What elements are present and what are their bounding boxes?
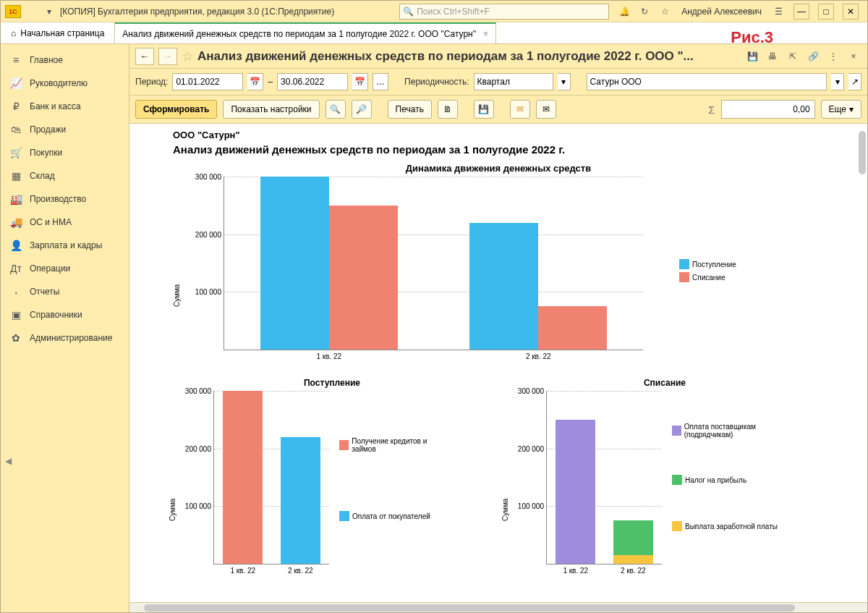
period-label: Период: [135,77,168,87]
find-replace-icon[interactable]: 🔎 [352,100,372,119]
sidebar-item-9[interactable]: ДтОперации [1,257,129,280]
kebab-icon[interactable]: ⋮ [825,48,841,64]
params-row: Период: 01.01.2022 📅 – 30.06.2022 📅 … Пе… [129,69,867,96]
sidebar-label-7: ОС и НМА [30,217,72,227]
sidebar-collapse-icon[interactable]: ◀ [1,454,15,468]
sidebar-icon-8: 👤 [9,240,22,251]
close-button[interactable]: ✕ [843,4,859,20]
periodicity-label: Периодичность: [404,77,469,87]
bell-icon[interactable]: 🔔 [618,5,631,18]
period-picker-button[interactable]: … [373,73,388,90]
sidebar-item-11[interactable]: ▣Справочники [1,303,129,326]
chart-income-legend: Получение кредитов и займов Оплата от по… [339,434,448,524]
sidebar-item-7[interactable]: 🚚ОС и НМА [1,211,129,234]
date-from-calendar-icon[interactable]: 📅 [247,73,263,90]
sidebar-item-12[interactable]: ✿Администрирование [1,326,129,350]
sidebar-item-5[interactable]: ▦Склад [1,164,129,187]
dropdown-icon[interactable]: ▾ [43,5,56,18]
legend-swatch-salary [672,521,682,531]
favorite-star-icon[interactable]: ☆ [182,48,193,64]
sidebar-item-3[interactable]: 🛍Продажи [1,118,129,141]
save-report-icon[interactable]: 💾 [474,100,494,119]
nav-forward-button[interactable]: → [158,48,177,65]
sidebar-label-1: Руководителю [30,78,88,88]
home-tab-label: Начальная страница [20,28,104,38]
periodicity-select[interactable]: Квартал [474,73,553,90]
user-menu-icon[interactable]: ☰ [772,5,785,18]
history-icon[interactable]: ↻ [638,5,651,18]
legend-swatch-buyers [339,511,349,521]
show-settings-button[interactable]: Показать настройки [223,100,319,119]
save-icon[interactable]: 💾 [744,48,760,64]
more-button[interactable]: Еще▾ [821,100,861,119]
periodicity-dropdown-icon[interactable]: ▾ [558,73,571,90]
report-scroll[interactable]: ООО "Сатурн" Анализ движений денежных ср… [129,124,867,602]
generate-button[interactable]: Сформировать [135,100,217,119]
horizontal-scrollbar-track[interactable] [129,602,867,612]
bar [613,520,653,555]
document-header: ← → ☆ Анализ движений денежных средств п… [129,44,867,69]
export-icon[interactable]: ⇱ [785,48,801,64]
chart-outcome-ylabel: Сумма [501,499,509,521]
content-area: ← → ☆ Анализ движений денежных средств п… [129,44,867,612]
home-icon: ⌂ [11,28,16,38]
sum-field[interactable]: 0,00 [721,100,815,119]
chart-main-title: Динамика движения денежных средств [173,163,824,174]
print-button[interactable]: Печать [388,100,432,119]
report-org: ООО "Сатурн" [173,130,824,140]
date-to-input[interactable]: 30.06.2022 [277,73,348,90]
find-icon[interactable]: 🔍 [326,100,346,119]
vertical-scrollbar[interactable] [859,131,866,174]
chart-income-ylabel: Сумма [169,499,176,521]
email-settings-icon[interactable]: ✉ [536,100,556,119]
document-tab[interactable]: Анализ движений денежных средств по пери… [115,22,496,43]
date-separator: – [268,77,273,87]
legend-swatch-income [679,259,689,269]
date-to-calendar-icon[interactable]: 📅 [352,73,368,90]
sidebar-icon-7: 🚚 [9,216,22,228]
bar [469,223,538,350]
nav-back-button[interactable]: ← [135,48,154,65]
horizontal-scrollbar[interactable] [144,604,795,612]
star-icon[interactable]: ☆ [658,5,671,18]
sidebar-item-8[interactable]: 👤Зарплата и кадры [1,234,129,257]
chart-income: Поступление Сумма 100 000200 000300 0001… [173,378,491,579]
sidebar-icon-10: ⬪ [9,286,22,297]
sidebar-label-2: Банк и касса [30,101,81,111]
main-menu-icon[interactable] [25,5,38,18]
chart-outcome-title: Списание [506,378,824,388]
global-search-input[interactable]: 🔍 Поиск Ctrl+Shift+F [399,4,609,20]
sidebar-label-11: Справочники [30,310,82,320]
email-icon[interactable]: ✉ [510,100,530,119]
minimize-button[interactable]: — [793,4,809,20]
close-tab-icon[interactable]: × [483,29,488,39]
sidebar-item-4[interactable]: 🛒Покупки [1,141,129,164]
print-preview-icon[interactable]: 🗎 [438,100,458,119]
print-header-icon[interactable]: 🖶 [765,48,780,64]
sidebar-label-10: Отчеты [30,287,59,297]
titlebar: 1C ▾ [КОПИЯ] Бухгалтерия предприятия, ре… [1,1,867,22]
logo-1c-icon: 1C [5,5,21,18]
sidebar-item-0[interactable]: ≡Главное [1,48,129,72]
close-doc-icon[interactable]: × [846,48,861,64]
sidebar-item-1[interactable]: 📈Руководителю [1,72,129,95]
bar [556,420,595,564]
bar [281,437,320,564]
sidebar-label-12: Администрирование [30,333,112,343]
organization-dropdown-icon[interactable]: ▾ [831,73,844,90]
organization-input[interactable]: Сатурн ООО [587,73,827,90]
sidebar-item-10[interactable]: ⬪Отчеты [1,280,129,303]
username-label[interactable]: Андрей Алексеевич [678,7,765,17]
chart-main-ylabel: Сумма [173,284,181,307]
home-tab[interactable]: ⌂ Начальная страница [1,22,115,43]
sidebar-item-2[interactable]: ₽Банк и касса [1,95,129,118]
bar [329,206,398,350]
maximize-button[interactable]: □ [818,4,834,20]
sidebar-icon-11: ▣ [9,309,22,321]
link-icon[interactable]: 🔗 [805,48,821,64]
date-from-input[interactable]: 01.01.2022 [172,73,243,90]
organization-open-icon[interactable]: ↗ [848,73,861,90]
sidebar-icon-2: ₽ [9,101,22,112]
sidebar-icon-6: 🏭 [9,193,22,205]
sidebar-item-6[interactable]: 🏭Производство [1,187,129,211]
